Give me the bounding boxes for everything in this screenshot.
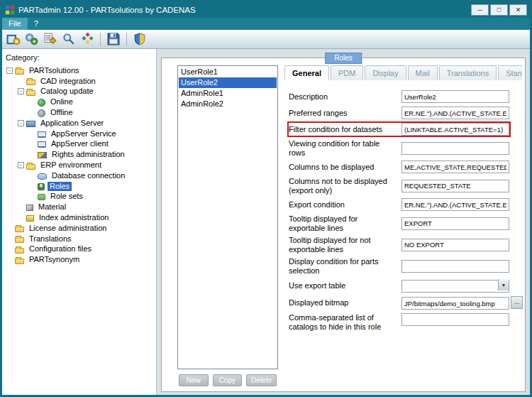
save-icon[interactable] [105, 31, 122, 48]
new-button[interactable]: New [179, 374, 209, 386]
menu-bar: File ? [2, 18, 530, 30]
app-logo-icon [5, 5, 15, 15]
form-row-description: Description [287, 89, 511, 104]
catalog-icon[interactable] [5, 31, 22, 48]
folder-icon [15, 259, 24, 264]
field-label: Description [289, 92, 401, 102]
tab-general[interactable]: General [284, 65, 329, 80]
list-item[interactable]: UserRole2 [179, 77, 277, 88]
hidden-catalogs-field[interactable] [401, 313, 509, 326]
tree-item-rights-administration[interactable]: Rights administration [5, 149, 156, 160]
list-item[interactable]: UserRole1 [179, 67, 277, 77]
tab-standard-names[interactable]: Standard na [498, 65, 522, 80]
tab-mail[interactable]: Mail [408, 65, 438, 80]
tree-item-index-administration[interactable]: Index administration [5, 212, 156, 223]
display-condition-field[interactable] [401, 260, 509, 273]
toolbar-separator [100, 33, 101, 46]
folder-icon [26, 164, 35, 170]
maximize-icon[interactable]: □ [490, 4, 508, 16]
tooltip-not-exportable-field[interactable] [401, 239, 509, 251]
use-export-table-select[interactable] [401, 280, 509, 293]
app-window: PARTadmin 12.00 - PARTsolutions by CADEN… [0, 0, 532, 397]
form-row-columns-not-displayed: Columns not to be displayed (export only… [287, 175, 511, 196]
folder-icon [15, 227, 24, 232]
security-icon[interactable] [131, 31, 148, 48]
toolbar-separator [126, 33, 127, 46]
displayed-bitmap-field[interactable] [401, 297, 509, 310]
search-icon[interactable] [60, 31, 77, 48]
tree-item-translations[interactable]: Translations [5, 234, 156, 244]
roles-pane: Roles UserRole1 UserRole2 AdminRole1 Adm… [161, 58, 526, 392]
index-icon [26, 215, 34, 222]
form-row-displayed-bitmap: Displayed bitmap ... [287, 295, 511, 312]
title-bar[interactable]: PARTadmin 12.00 - PARTsolutions by CADEN… [2, 2, 530, 18]
tree-item-role-sets[interactable]: Role sets [5, 192, 156, 202]
online-gear-icon [38, 99, 45, 107]
columns-displayed-field[interactable] [401, 161, 509, 173]
index-icon[interactable] [42, 31, 59, 48]
toolbar [2, 30, 530, 49]
tree-item-offline[interactable]: Offline [5, 107, 156, 118]
main-area: Roles UserRole1 UserRole2 AdminRole1 Adm… [157, 49, 530, 395]
folder-icon [15, 69, 24, 75]
tree-item-erp-environment[interactable]: -ERP environment [5, 160, 156, 170]
list-item[interactable]: AdminRole2 [179, 99, 277, 109]
field-label: Display condition for parts selection [289, 257, 401, 275]
monitor-icon [38, 141, 46, 147]
monitor-icon [38, 131, 46, 137]
field-label: Comma-separated list of catalogs to hide… [289, 313, 401, 331]
menu-file[interactable]: File [2, 18, 28, 30]
tab-bar: General PDM Display Mail Translations St… [284, 65, 522, 80]
tree-item-partsynonym[interactable]: PARTsynonym [5, 254, 156, 265]
tree-item-appserver-service[interactable]: AppServer Service [5, 129, 156, 139]
delete-button[interactable]: Delete [246, 374, 277, 386]
browse-button[interactable]: ... [511, 296, 523, 309]
close-icon[interactable]: ✕ [509, 4, 527, 16]
collapse-icon[interactable]: - [18, 88, 24, 94]
collapse-icon[interactable]: - [18, 120, 24, 126]
material-icon [26, 205, 33, 211]
offline-gear-icon [38, 109, 45, 117]
tooltip-exportable-field[interactable] [401, 217, 509, 230]
tab-pdm[interactable]: PDM [331, 65, 363, 80]
tree-item-application-server[interactable]: -Application Server [5, 118, 156, 129]
field-label: Use export table [289, 281, 401, 290]
menu-help[interactable]: ? [28, 18, 45, 30]
collapse-icon[interactable]: - [6, 67, 13, 74]
tree-item-partsolutions[interactable]: -PARTsolutions [5, 65, 156, 76]
export-condition-field[interactable] [401, 198, 509, 211]
catalog-update-icon[interactable] [23, 31, 40, 48]
tab-translations[interactable]: Translations [439, 65, 497, 80]
list-item[interactable]: AdminRole1 [179, 88, 277, 99]
cadenas-logo-icon[interactable] [79, 31, 96, 48]
category-panel: Category: -PARTsolutions CAD integration… [2, 49, 157, 395]
tree-item-cad-integration[interactable]: CAD integration [5, 76, 156, 87]
filter-condition-field[interactable] [401, 123, 509, 136]
form-row-filter-condition: Filter condition for datasets [287, 121, 511, 137]
field-label: Tooltip displayed for exportable lines [289, 214, 401, 232]
minimize-icon[interactable]: ─ [471, 4, 489, 16]
form-row-hidden-catalogs: Comma-separated list of catalogs to hide… [287, 312, 511, 332]
tree-item-material[interactable]: Material [5, 202, 156, 212]
viewing-condition-field[interactable] [401, 142, 509, 155]
folder-icon [15, 237, 24, 243]
tree-item-catalog-update[interactable]: -Catalog update [5, 87, 156, 97]
copy-button[interactable]: Copy [213, 374, 243, 386]
columns-not-displayed-field[interactable] [401, 180, 509, 192]
collapse-icon[interactable]: - [18, 162, 24, 168]
field-label: Columns to be displayed [289, 163, 401, 172]
form-row-display-condition: Display condition for parts selection [287, 256, 511, 276]
tree-item-online[interactable]: Online [5, 97, 156, 107]
chevron-down-icon[interactable]: ▼ [498, 279, 509, 290]
tree-item-database-connection[interactable]: Database connection [5, 170, 156, 181]
description-field[interactable] [401, 90, 509, 103]
tree-item-roles[interactable]: Roles [5, 181, 156, 192]
tree-item-appserver-client[interactable]: AppServer client [5, 139, 156, 150]
tab-display[interactable]: Display [365, 65, 406, 80]
tree-item-license-administration[interactable]: License administration [5, 223, 156, 234]
tree-item-configuration-files[interactable]: Configuration files [5, 244, 156, 255]
form-row-columns-displayed: Columns to be displayed [287, 159, 511, 175]
window-title: PARTadmin 12.00 - PARTsolutions by CADEN… [18, 6, 471, 14]
form-row-viewing-condition: Viewing condition for table rows [287, 138, 511, 158]
preferred-ranges-field[interactable] [401, 107, 509, 119]
